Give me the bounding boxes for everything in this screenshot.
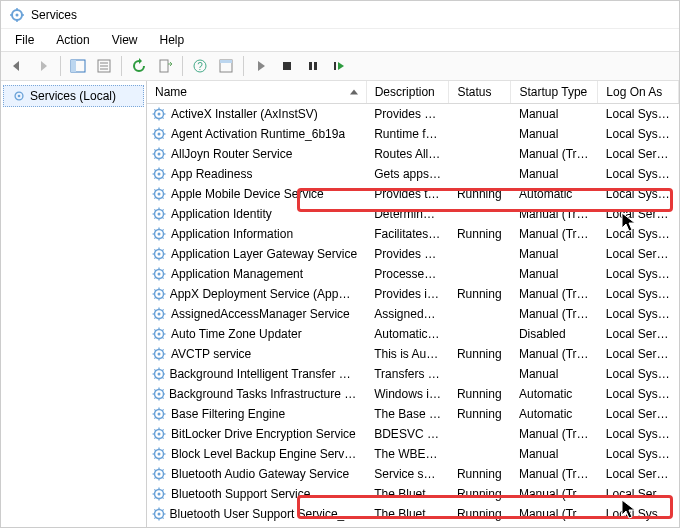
service-icon — [151, 346, 167, 362]
service-row[interactable]: Apple Mobile Device ServiceProvides th..… — [147, 184, 679, 204]
service-startup: Manual — [511, 164, 598, 184]
service-row[interactable]: Bluetooth Support ServiceThe Bluetoo...R… — [147, 484, 679, 504]
gear-icon — [12, 89, 26, 103]
service-logon: Local Syste... — [598, 184, 679, 204]
service-startup: Manual (Trig... — [511, 424, 598, 444]
service-startup: Manual — [511, 364, 598, 384]
service-row[interactable]: Application InformationFacilitates t...R… — [147, 224, 679, 244]
svg-line-72 — [154, 197, 155, 198]
service-icon — [151, 306, 167, 322]
menu-file[interactable]: File — [5, 31, 44, 49]
service-row[interactable]: Bluetooth Audio Gateway ServiceService s… — [147, 464, 679, 484]
service-description: Provides su... — [366, 244, 449, 264]
service-logon: Local Service — [598, 204, 679, 224]
service-row[interactable]: Auto Time Zone UpdaterAutomatica...Disab… — [147, 324, 679, 344]
service-startup: Manual (Trig... — [511, 504, 598, 524]
svg-point-124 — [158, 313, 161, 316]
start-service-button[interactable] — [249, 54, 273, 78]
service-row[interactable]: AssignedAccessManager ServiceAssignedAc.… — [147, 304, 679, 324]
col-header-startup[interactable]: Startup Type — [511, 81, 598, 104]
menu-view[interactable]: View — [102, 31, 148, 49]
service-row[interactable]: Background Tasks Infrastructure ServiceW… — [147, 384, 679, 404]
service-row[interactable]: Bluetooth User Support Service_6b19aThe … — [147, 504, 679, 524]
service-row[interactable]: Agent Activation Runtime_6b19aRuntime fo… — [147, 124, 679, 144]
service-row[interactable]: App ReadinessGets apps re...ManualLocal … — [147, 164, 679, 184]
stop-service-button[interactable] — [275, 54, 299, 78]
back-button[interactable] — [5, 54, 29, 78]
service-startup: Manual (Trig... — [511, 304, 598, 324]
svg-line-112 — [154, 277, 155, 278]
refresh-button[interactable] — [127, 54, 151, 78]
service-icon — [151, 106, 167, 122]
svg-line-232 — [154, 517, 155, 518]
service-row[interactable]: Bonjour ServiceEnables har...RunningAuto… — [147, 524, 679, 527]
menu-action[interactable]: Action — [46, 31, 99, 49]
svg-line-89 — [154, 229, 155, 230]
properties2-button[interactable] — [214, 54, 238, 78]
show-hide-tree-button[interactable] — [66, 54, 90, 78]
svg-line-49 — [154, 149, 155, 150]
svg-line-129 — [154, 309, 155, 310]
pause-service-button[interactable] — [301, 54, 325, 78]
service-status — [449, 244, 511, 264]
service-status — [449, 144, 511, 164]
menu-help[interactable]: Help — [150, 31, 195, 49]
properties-button[interactable] — [92, 54, 116, 78]
service-status — [449, 124, 511, 144]
service-row[interactable]: Base Filtering EngineThe Base Fil...Runn… — [147, 404, 679, 424]
service-row[interactable]: Block Level Backup Engine ServiceThe WBE… — [147, 444, 679, 464]
service-icon — [151, 326, 167, 342]
service-startup: Automatic — [511, 184, 598, 204]
service-row[interactable]: AVCTP serviceThis is Audi...RunningManua… — [147, 344, 679, 364]
service-description: Transfers fil... — [366, 364, 449, 384]
svg-line-69 — [154, 189, 155, 190]
svg-line-90 — [162, 237, 163, 238]
service-status: Running — [449, 224, 511, 244]
service-status — [449, 264, 511, 284]
service-status: Running — [449, 284, 511, 304]
svg-line-41 — [162, 129, 163, 130]
service-row[interactable]: BitLocker Drive Encryption ServiceBDESVC… — [147, 424, 679, 444]
svg-line-169 — [154, 389, 155, 390]
service-icon — [151, 206, 167, 222]
restart-service-button[interactable] — [327, 54, 351, 78]
service-row[interactable]: Application ManagementProcesses in...Man… — [147, 264, 679, 284]
service-description: Gets apps re... — [366, 164, 449, 184]
service-logon: Local Syste... — [598, 424, 679, 444]
service-row[interactable]: Application IdentityDetermines ...Manual… — [147, 204, 679, 224]
tree-root[interactable]: Services (Local) — [3, 85, 144, 107]
service-logon: Local Syste... — [598, 264, 679, 284]
service-row[interactable]: Application Layer Gateway ServiceProvide… — [147, 244, 679, 264]
col-header-logon[interactable]: Log On As — [598, 81, 679, 104]
col-header-status[interactable]: Status — [449, 81, 511, 104]
service-logon: Local Service — [598, 244, 679, 264]
service-logon: Local Syste... — [598, 304, 679, 324]
forward-button[interactable] — [31, 54, 55, 78]
service-row[interactable]: AllJoyn Router ServiceRoutes AllJo...Man… — [147, 144, 679, 164]
svg-line-191 — [162, 429, 163, 430]
service-icon — [151, 166, 167, 182]
svg-line-139 — [154, 329, 155, 330]
service-logon: Local Service — [598, 144, 679, 164]
service-name: ActiveX Installer (AxInstSV) — [171, 107, 318, 121]
service-row[interactable]: Background Intelligent Transfer ServiceT… — [147, 364, 679, 384]
services-list: Name Description Status Startup Type Log… — [147, 81, 679, 527]
svg-rect-20 — [334, 62, 336, 70]
col-header-name[interactable]: Name — [147, 81, 366, 104]
svg-line-70 — [162, 197, 163, 198]
help-button[interactable]: ? — [188, 54, 212, 78]
service-status: Running — [449, 504, 511, 524]
service-row[interactable]: ActiveX Installer (AxInstSV)Provides Us.… — [147, 104, 679, 125]
svg-line-50 — [162, 157, 163, 158]
service-name: Bluetooth Support Service — [171, 487, 310, 501]
svg-line-210 — [162, 477, 163, 478]
service-logon: Local Service — [598, 464, 679, 484]
svg-line-161 — [162, 369, 163, 370]
service-description: Automatica... — [366, 324, 449, 344]
col-header-description[interactable]: Description — [366, 81, 449, 104]
separator — [182, 56, 183, 76]
svg-point-144 — [158, 353, 161, 356]
export-button[interactable] — [153, 54, 177, 78]
svg-rect-12 — [160, 60, 168, 72]
service-row[interactable]: AppX Deployment Service (AppXSVC)Provide… — [147, 284, 679, 304]
